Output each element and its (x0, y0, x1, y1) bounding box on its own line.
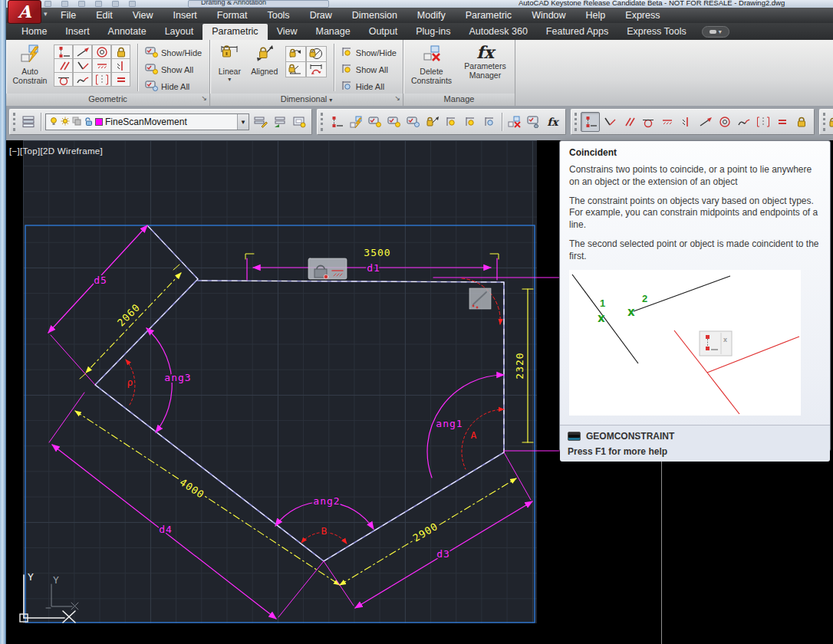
geometric-show-all-button[interactable]: Show All (142, 61, 205, 78)
qat-plot-icon[interactable] (95, 1, 102, 7)
viewport-control[interactable]: [Top] (20, 146, 40, 156)
fix-tool-button[interactable] (792, 112, 811, 132)
geometric-show-hide-button[interactable]: Show/Hide (142, 44, 205, 61)
ribbon-tab[interactable]: Layout (156, 24, 203, 40)
menu-item[interactable]: Help (576, 8, 616, 23)
dim-show-all-button[interactable] (461, 112, 480, 132)
dim-label-d3[interactable]: d3 (436, 548, 450, 560)
constraint-settings-button[interactable] (524, 112, 543, 132)
application-menu-button[interactable]: A (8, 0, 41, 24)
vertical-constraint-button[interactable] (111, 58, 130, 73)
layer-isolate-button[interactable] (289, 112, 308, 132)
menu-item[interactable]: Format (207, 8, 258, 23)
qat-open-icon[interactable] (61, 1, 68, 7)
geometric-hide-all-button[interactable]: Hide All (142, 78, 205, 95)
ribbon-tab[interactable]: Output (360, 24, 407, 40)
dimension-grips[interactable] (80, 254, 499, 379)
title-bar[interactable]: Drafting & Annotation AutoCAD Keystone R… (6, 0, 833, 8)
aligned-dimension-button[interactable]: Aligned (246, 42, 283, 77)
tangent-tool-button[interactable] (638, 112, 657, 132)
menu-item[interactable]: Window (522, 8, 575, 23)
ribbon-tab[interactable]: Featured Apps (537, 24, 617, 40)
toolbar-grip[interactable] (575, 113, 578, 131)
scan-path-outline[interactable] (95, 226, 504, 561)
toolbar-grip[interactable] (321, 113, 324, 131)
manage-panel-title[interactable]: Manage (403, 94, 515, 106)
layer-unlock-icon[interactable] (84, 115, 93, 129)
dim-label-ang2[interactable]: ang2 (313, 495, 340, 507)
dim-show-button[interactable] (442, 112, 461, 132)
menu-item[interactable]: Express (615, 8, 670, 23)
vertical-tool-button[interactable] (677, 112, 696, 132)
horizontal-constraint-button[interactable] (92, 58, 111, 73)
smooth-tool-button[interactable] (734, 112, 753, 132)
collinear-tool-button[interactable] (696, 112, 715, 132)
layer-on-icon[interactable] (49, 115, 58, 129)
menu-item[interactable]: Edit (86, 8, 123, 23)
angular-constraint-button[interactable] (285, 61, 306, 77)
fix-constraint-button[interactable] (111, 44, 130, 59)
linear-dimension-button[interactable]: Linear ▾ (213, 42, 246, 84)
menu-item[interactable]: View (123, 8, 163, 23)
ribbon-tab[interactable]: Insert (56, 24, 98, 40)
menu-item[interactable]: Tools (257, 8, 299, 23)
layer-select[interactable]: FineScanMovement ▼ (45, 113, 249, 130)
dimension-4000-line[interactable] (75, 411, 340, 585)
viewport-control[interactable]: [2D Wireframe] (40, 146, 103, 156)
qat-undo-icon[interactable] (112, 1, 119, 7)
auto-constrain-button[interactable]: Auto Constrain (9, 42, 51, 86)
dim-label-d4[interactable]: d4 (159, 524, 173, 535)
ribbon-tab[interactable]: Home (12, 24, 56, 40)
convert-dimension-button[interactable] (306, 61, 327, 77)
ribbon-tab[interactable]: View (268, 24, 307, 40)
coincident-tool-button[interactable] (581, 112, 600, 132)
concentric-constraint-button[interactable] (92, 44, 111, 59)
menu-item[interactable]: Insert (163, 8, 207, 23)
aligned-dim-tool-button[interactable] (828, 112, 833, 132)
toolbar-grip[interactable] (13, 113, 16, 131)
show-constraints-button[interactable] (365, 112, 384, 132)
panel-launcher-icon[interactable]: ↘ (201, 93, 207, 104)
radial-constraint-button[interactable] (285, 46, 306, 62)
menu-item[interactable]: Draw (300, 8, 342, 23)
dim-hide-all-button[interactable] (480, 112, 499, 132)
auto-constrain-small-button[interactable] (346, 112, 365, 132)
panel-launcher-icon[interactable]: ↘ (394, 93, 400, 104)
dimensional-panel-title[interactable]: Dimensional ▾ ↘ (210, 94, 403, 106)
ribbon-minimize-button[interactable]: ▾ (702, 26, 729, 38)
layer-states-button[interactable] (251, 112, 270, 132)
horizontal-tool-button[interactable] (657, 112, 677, 132)
dimension-d1[interactable] (247, 258, 559, 451)
delete-constraints-button[interactable]: Delete Constraints (408, 42, 456, 86)
layer-color-swatch[interactable] (95, 118, 103, 126)
concentric-tool-button[interactable] (715, 112, 734, 132)
dimensional-show-all-button[interactable]: Show All (338, 61, 400, 78)
ribbon-tab[interactable]: Plug-ins (407, 24, 459, 40)
layer-properties-button[interactable] (19, 112, 38, 132)
viewport-control[interactable]: [−] (9, 146, 20, 156)
ribbon-tab[interactable]: Annotate (99, 24, 156, 40)
menu-item[interactable]: Parametric (456, 8, 522, 23)
ribbon-tab[interactable]: Autodesk 360 (459, 24, 536, 40)
qat-new-icon[interactable] (44, 1, 51, 7)
dim-lock-badge[interactable] (308, 258, 347, 279)
qat-redo-icon[interactable] (129, 1, 136, 7)
ribbon-tab[interactable]: Express Tools (617, 24, 696, 40)
geometric-panel-title[interactable]: Geometric ↘ (6, 94, 209, 106)
parameters-manager-small-button[interactable]: fx (543, 112, 562, 132)
toolbar-grip[interactable] (823, 113, 825, 131)
collinear-constraint-button[interactable] (73, 44, 92, 59)
workspace-switcher[interactable]: Drafting & Annotation (188, 0, 329, 8)
parameters-manager-button[interactable]: fx Parameters Manager (460, 42, 511, 80)
dim-label-d5[interactable]: d5 (94, 274, 107, 286)
menu-item[interactable]: Dimension (342, 8, 407, 23)
aligned-constraint-small-button[interactable] (423, 112, 442, 132)
diameter-constraint-button[interactable] (306, 46, 327, 62)
qat-save-icon[interactable] (78, 1, 85, 7)
dimensional-show-hide-button[interactable]: Show/Hide (338, 44, 400, 61)
constraint-badge[interactable] (469, 288, 491, 309)
dimensional-hide-all-button[interactable]: Hide All (338, 78, 400, 95)
dim-label-ang3[interactable]: ang3 (164, 372, 191, 383)
ribbon-tab[interactable]: Manage (307, 24, 360, 40)
equal-constraint-button[interactable] (111, 72, 130, 87)
